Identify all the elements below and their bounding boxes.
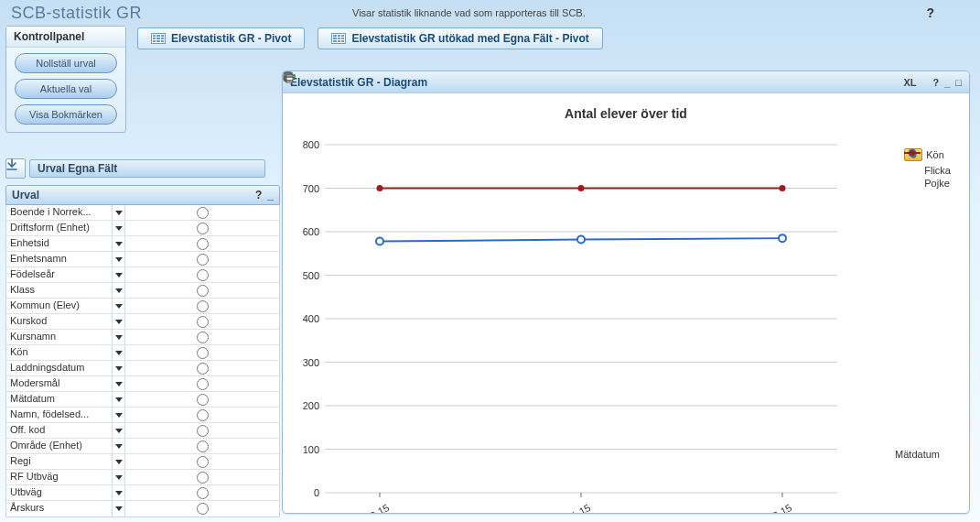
dropdown-arrow-icon[interactable] (113, 267, 125, 282)
current-selections-button[interactable]: Aktuella val (15, 79, 117, 99)
urval-radio[interactable] (125, 439, 279, 453)
svg-point-21 (578, 185, 585, 191)
dropdown-arrow-icon[interactable] (113, 454, 125, 469)
tab-elevstatistik-egna-pivot[interactable]: Elevstatistik GR utökad med Egna Fält - … (318, 27, 602, 49)
dropdown-arrow-icon[interactable] (113, 423, 125, 438)
y-tick-label: 0 (290, 487, 319, 498)
dropdown-arrow-icon[interactable] (113, 330, 125, 344)
urval-row: Födelseår (6, 267, 279, 283)
dropdown-arrow-icon[interactable] (113, 470, 125, 484)
legend-item-pojke[interactable]: Pojke (904, 178, 951, 189)
urval-field-label[interactable]: Off. kod (6, 423, 113, 438)
urval-radio[interactable] (125, 221, 279, 235)
urval-field-label[interactable]: Driftsform (Enhet) (6, 221, 113, 235)
urval-radio[interactable] (125, 501, 279, 517)
dropdown-arrow-icon[interactable] (113, 361, 125, 375)
urval-field-label[interactable]: Mätdatum (6, 392, 113, 407)
dropdown-arrow-icon[interactable] (113, 439, 125, 453)
export-xl-icon[interactable]: XL (903, 77, 916, 88)
urval-radio[interactable] (125, 236, 279, 251)
urval-radio[interactable] (125, 408, 279, 422)
urval-field-label[interactable]: Födelseår (6, 267, 113, 282)
urval-row: Boende i Norrek... (6, 205, 279, 221)
svg-point-19 (779, 234, 786, 242)
chart-maximize-icon[interactable]: □ (955, 77, 962, 88)
urval-row: Klass (6, 283, 279, 299)
tab-elevstatistik-pivot[interactable]: Elevstatistik GR - Pivot (137, 27, 305, 49)
urval-field-label[interactable]: Klass (6, 283, 113, 298)
legend-label: Pojke (924, 178, 950, 189)
dropdown-arrow-icon[interactable] (113, 221, 125, 235)
urval-field-label[interactable]: Enhetsid (6, 236, 113, 251)
show-bookmarks-button[interactable]: Visa Bokmärken (15, 104, 117, 125)
urval-radio[interactable] (125, 470, 279, 484)
tab-label: Elevstatistik GR - Pivot (171, 32, 291, 45)
urval-field-label[interactable]: Kommun (Elev) (6, 299, 113, 313)
dropdown-arrow-icon[interactable] (113, 252, 125, 266)
dropdown-arrow-icon[interactable] (113, 345, 125, 360)
urval-radio[interactable] (125, 345, 279, 360)
dropdown-arrow-icon[interactable] (113, 299, 125, 313)
urval-field-label[interactable]: RF Utbväg (6, 470, 113, 484)
urval-row: Off. kod (6, 423, 279, 439)
urval-field-label[interactable]: Laddningsdatum (6, 361, 113, 375)
urval-radio[interactable] (125, 252, 279, 266)
dropdown-arrow-icon[interactable] (113, 408, 125, 422)
x-tick-label: 2011-11-15 (543, 502, 593, 514)
dropdown-arrow-icon[interactable] (113, 314, 125, 329)
y-tick-label: 500 (290, 270, 319, 281)
urval-field-label[interactable]: Kursnamn (6, 330, 113, 344)
dropdown-arrow-icon[interactable] (113, 376, 125, 391)
urval-radio[interactable] (125, 485, 279, 500)
chart-minimize-icon[interactable]: _ (944, 77, 950, 88)
y-tick-label: 100 (290, 444, 319, 455)
urval-radio[interactable] (125, 454, 279, 469)
svg-point-20 (377, 185, 383, 191)
svg-point-18 (577, 236, 585, 244)
urval-minimize-icon[interactable]: _ (267, 189, 274, 201)
urval-row: Område (Enhet) (6, 439, 279, 454)
urval-field-label[interactable]: Utbväg (6, 485, 113, 500)
control-panel: Kontrollpanel Nollställ urval Aktuella v… (5, 26, 126, 133)
urval-radio[interactable] (125, 361, 279, 375)
plot-area[interactable] (325, 145, 837, 493)
dropdown-arrow-icon[interactable] (113, 392, 125, 407)
urval-panel-header: Urval ? _ (5, 185, 280, 205)
dropdown-arrow-icon[interactable] (113, 205, 125, 220)
urval-field-label[interactable]: Kurskod (6, 314, 113, 329)
urval-field-label[interactable]: Enhetsnamn (6, 252, 113, 266)
legend-item-flicka[interactable]: Flicka (904, 165, 951, 176)
urval-egna-falt-button[interactable]: Urval Egna Fält (29, 159, 265, 178)
urval-field-label[interactable]: Boende i Norrek... (6, 205, 113, 220)
sheet-tabs: Elevstatistik GR - Pivot Elevstatistik G… (137, 27, 603, 49)
urval-field-label[interactable]: Kön (6, 345, 113, 360)
dropdown-arrow-icon[interactable] (113, 501, 125, 517)
urval-field-label[interactable]: Område (Enhet) (6, 439, 113, 453)
dropdown-arrow-icon[interactable] (113, 283, 125, 298)
urval-radio[interactable] (125, 423, 279, 438)
urval-radio[interactable] (125, 330, 279, 344)
reset-selection-button[interactable]: Nollställ urval (15, 53, 117, 73)
dropdown-arrow-icon[interactable] (113, 485, 125, 500)
urval-radio[interactable] (125, 283, 279, 298)
help-icon[interactable]: ? (926, 5, 934, 20)
urval-radio[interactable] (125, 205, 279, 220)
urval-radio[interactable] (125, 299, 279, 313)
urval-row: Mätdatum (6, 392, 279, 408)
urval-field-label[interactable]: Årskurs (6, 501, 113, 517)
chart-help-icon[interactable]: ? (932, 77, 939, 88)
urval-radio[interactable] (125, 392, 279, 407)
urval-help-icon[interactable]: ? (255, 189, 262, 201)
download-icon[interactable] (5, 158, 26, 179)
dropdown-arrow-icon[interactable] (113, 236, 125, 251)
svg-point-17 (376, 237, 383, 245)
urval-row: Utbväg (6, 485, 279, 501)
urval-radio[interactable] (125, 314, 279, 329)
urval-field-label[interactable]: Modersmål (6, 376, 113, 391)
urval-field-label[interactable]: Namn, födelsed... (6, 408, 113, 422)
urval-radio[interactable] (125, 376, 279, 391)
y-tick-label: 200 (290, 400, 319, 411)
urval-row: Laddningsdatum (6, 361, 279, 376)
urval-radio[interactable] (125, 267, 279, 282)
urval-field-label[interactable]: Regi (6, 454, 113, 469)
